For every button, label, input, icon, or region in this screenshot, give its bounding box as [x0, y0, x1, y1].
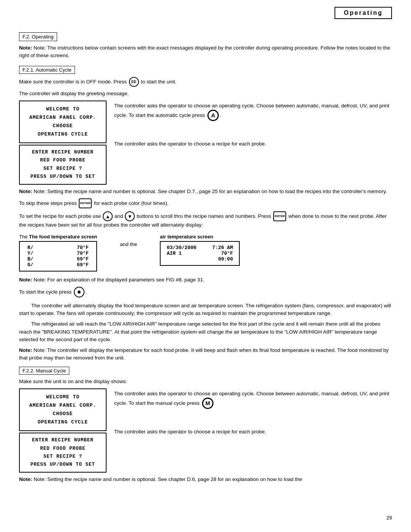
section-f22-label: F.2.2. Manual Cycle — [19, 367, 69, 375]
temp-screens-section: The The food temperature screen R/ 70°F … — [19, 234, 392, 272]
food-temp-b: B/ 69°F — [27, 256, 89, 262]
recipe-desc: The controller asks the operator to choo… — [114, 140, 392, 148]
recipe-screen: ENTER RECIPE NUMBER RED FOOD PROBE SET R… — [19, 145, 107, 185]
section-f21-label: F.2.1. Automatic Cycle — [19, 66, 75, 74]
f22-intro: Make sure the unit is on and the display… — [19, 378, 392, 385]
air-temp-row1: 03/30/2006 7:26 AM — [167, 245, 233, 251]
enter-button-icon2: ENTER — [273, 211, 286, 221]
page: Operating F.2. Operating Note: Note: The… — [0, 0, 411, 532]
manual-recipe-screen: ENTER RECIPE NUMBER RED FOOD PROBE SET R… — [19, 433, 107, 473]
f21-para2: The refrigerated air will reach the "LOW… — [19, 320, 392, 343]
f22-note1: Note: Note: Setting the recipe name and … — [19, 476, 392, 483]
manual-recipe-desc: The controller asks the operator to choo… — [114, 428, 392, 436]
food-temp-r: R/ 70°F — [27, 245, 89, 251]
welcome-screen: WELCOME TO AMERICAN PANEL CORP. CHOOSE O… — [19, 101, 107, 143]
f21-note2: Note: Note: For an explanation of the di… — [19, 276, 392, 284]
header-title: Operating — [335, 7, 392, 19]
welcome-screens: WELCOME TO AMERICAN PANEL CORP. CHOOSE O… — [19, 101, 107, 185]
welcome-descriptions: The controller asks the operator to choo… — [114, 101, 392, 151]
food-temp-section: The The food temperature screen R/ 70°F … — [19, 234, 97, 272]
welcome-section: WELCOME TO AMERICAN PANEL CORP. CHOOSE O… — [19, 101, 392, 185]
manual-welcome-desc: The controller asks the operator to choo… — [114, 390, 392, 409]
food-temp-label: The The food temperature screen — [19, 234, 97, 240]
f21-note3: Note: Note: The controller will display … — [19, 347, 392, 362]
skip-text: To skip these steps press ENTER for each… — [19, 198, 392, 208]
down-button-icon: ▼ — [125, 211, 135, 221]
manual-welcome-descriptions: The controller asks the operator to choo… — [114, 388, 392, 439]
f2-note: Note: Note: The instructions below conta… — [19, 44, 392, 60]
f21-note1: Note: Note: Setting the recipe name and … — [19, 188, 392, 195]
up-button-icon: ▲ — [103, 211, 113, 221]
air-temp-section: air temperature screen 03/30/2006 7:26 A… — [160, 234, 240, 266]
main-content: F.2. Operating Note: Note: The instructi… — [19, 32, 392, 484]
f21-intro: Make sure the controller is in OFF mode.… — [19, 77, 392, 87]
dot-button-icon: ● — [74, 287, 84, 297]
air-temp-label: air temperature screen — [160, 234, 240, 240]
food-temp-screen: R/ 70°F Y/ 70°F B/ 69°F G/ 69°F — [19, 241, 97, 272]
welcome-desc: The controller asks the operator to choo… — [114, 102, 392, 121]
food-temp-g: G/ 69°F — [27, 262, 89, 268]
f21-para1: The controller will alternately display … — [19, 302, 392, 318]
section-f2-label: F.2. Operating — [19, 32, 57, 41]
air-temp-row3: 00:00 — [167, 256, 233, 262]
manual-welcome-screen: WELCOME TO AMERICAN PANEL CORP. CHOOSE O… — [19, 388, 107, 431]
scroll-text: To set the recipe for each probe use ▲ a… — [19, 211, 392, 229]
food-temp-y: Y/ 70°F — [27, 251, 89, 256]
air-temp-row2: AIR 1 70°F — [167, 251, 233, 256]
manual-welcome-screens: WELCOME TO AMERICAN PANEL CORP. CHOOSE O… — [19, 388, 107, 473]
air-temp-screen: 03/30/2006 7:26 AM AIR 1 70°F 00:00 — [160, 241, 240, 266]
f21-intro3: The controller will display the greeting… — [19, 90, 392, 97]
m-button-icon: M — [202, 398, 213, 409]
and-text-wrapper: and the — [120, 234, 137, 247]
page-number: 29 — [387, 515, 392, 521]
power-button-icon: ① — [129, 77, 139, 87]
start-cycle-text: To start the cycle press ●. — [19, 287, 392, 297]
a-button-icon: A — [207, 110, 219, 121]
enter-button-icon: ENTER — [79, 198, 92, 208]
manual-welcome-section: WELCOME TO AMERICAN PANEL CORP. CHOOSE O… — [19, 388, 392, 473]
